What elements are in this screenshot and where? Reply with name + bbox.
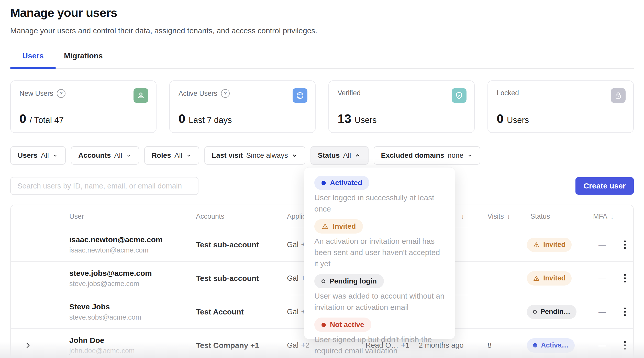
lock-icon [611, 88, 626, 103]
status-option-activated[interactable]: Activated User logged in successfully at… [314, 176, 445, 215]
status-option-pending-login[interactable]: Pending login User was added to account … [314, 274, 445, 313]
filled-dot-icon [321, 323, 326, 327]
status-cell: Pendin… [526, 305, 588, 319]
row-menu-kebab-icon[interactable] [623, 306, 627, 318]
user-name: Steve Jobs [69, 302, 196, 311]
card-suffix: Users [354, 115, 376, 125]
filter-roles[interactable]: Roles All [144, 146, 199, 165]
status-cell: Invited [526, 238, 588, 252]
filter-value: All [41, 151, 49, 160]
search-input[interactable] [10, 177, 198, 195]
filled-dot-icon [533, 343, 537, 348]
card-label: New Users [19, 90, 53, 98]
help-icon[interactable]: ? [221, 89, 230, 98]
tab-users[interactable]: Users [10, 51, 56, 68]
header-user[interactable]: User [69, 213, 196, 220]
card-value: 0 [179, 112, 185, 126]
filter-value: All [114, 151, 122, 160]
header-mfa[interactable]: MFA↓ [588, 213, 616, 220]
status-badge: Invited [527, 271, 572, 286]
header-accounts[interactable]: Accounts [196, 213, 287, 220]
filter-label: Last visit [212, 151, 243, 160]
header-label: Visits [487, 213, 504, 220]
row-menu-kebab-icon[interactable] [623, 340, 627, 351]
status-cell: Invited [526, 271, 588, 286]
sort-desc-icon[interactable]: ↓ [610, 213, 614, 220]
status-option-label: Invited [333, 222, 356, 230]
mfa-cell: — [588, 240, 616, 249]
card-label: Locked [497, 89, 519, 97]
status-option-label: Pending login [329, 277, 377, 285]
card-label: Active Users [179, 90, 217, 98]
application-name: Gal [287, 240, 298, 249]
status-badge: Activa… [527, 338, 575, 353]
user-email: john.doe@acme.com [69, 347, 196, 355]
sort-desc-icon[interactable]: ↓ [461, 213, 465, 220]
mfa-cell: — [588, 341, 616, 350]
status-option-not-active[interactable]: Not active User signed up but didn't fin… [314, 318, 445, 356]
sort-desc-icon[interactable]: ↓ [507, 213, 510, 220]
status-option-description: User signed up but didn't finish the req… [314, 334, 445, 356]
application-name: Gal [287, 341, 298, 350]
header-label: MFA [593, 213, 607, 220]
warning-icon [533, 275, 540, 282]
accounts-cell: Test Account [196, 308, 287, 316]
accounts-cell: Test Company +1 [196, 341, 287, 350]
header-label: Status [530, 213, 550, 220]
mfa-cell: — [588, 308, 616, 316]
status-badge: Pending login [314, 274, 384, 288]
card-suffix: Users [507, 115, 529, 125]
card-value: 0 [497, 112, 504, 126]
help-icon[interactable]: ? [57, 89, 65, 98]
tab-migrations[interactable]: Migrations [64, 51, 103, 68]
card-value: 0 [19, 112, 26, 126]
expand-chevron-icon[interactable] [24, 342, 32, 349]
header-visits[interactable]: Visits↓ [473, 213, 526, 220]
filter-last-visit[interactable]: Last visit Since always [204, 146, 305, 165]
application-name: Gal [287, 274, 298, 282]
chevron-down-icon [467, 152, 473, 159]
card-suffix: Last 7 days [189, 115, 232, 125]
stat-card-new-users: New Users ? 0 / Total 47 [10, 80, 157, 133]
status-option-description: An activation or invitation email has be… [314, 236, 445, 269]
filter-accounts[interactable]: Accounts All [71, 146, 139, 165]
shield-check-icon [452, 88, 467, 103]
page-subtitle: Manage your users and control their data… [10, 26, 634, 35]
filter-users[interactable]: Users All [10, 146, 66, 165]
filter-value: none [448, 151, 463, 160]
filter-value: All [343, 151, 351, 160]
filter-label: Accounts [78, 151, 111, 160]
applications-extra: +2 [301, 341, 309, 350]
filter-label: Roles [152, 151, 171, 160]
filter-excluded-domains[interactable]: Excluded domains none [374, 146, 481, 165]
stat-card-verified: Verified 13 Users [328, 80, 475, 133]
status-label: Activa… [541, 341, 569, 349]
stat-card-active-users: Active Users ? 0 Last 7 days [169, 80, 316, 133]
row-menu-kebab-icon[interactable] [623, 272, 627, 284]
row-menu-kebab-icon[interactable] [623, 239, 627, 250]
filter-label: Users [18, 151, 38, 160]
header-status[interactable]: Status [526, 213, 588, 220]
warning-icon [533, 241, 540, 248]
stat-card-locked: Locked 0 Users [487, 80, 634, 133]
open-circle-icon [321, 279, 325, 283]
create-user-button[interactable]: Create user [575, 177, 634, 195]
status-option-invited[interactable]: Invited An activation or invitation emai… [314, 219, 445, 269]
status-badge: Activated [314, 176, 369, 190]
stat-cards: New Users ? 0 / Total 47 Active Users ? [10, 80, 634, 133]
tab-bar: Users Migrations [10, 51, 634, 69]
filter-bar: Users All Accounts All Roles All Last vi… [10, 146, 634, 165]
user-badge-icon [134, 88, 148, 103]
status-cell: Activa… [526, 338, 588, 353]
filter-value: Since always [246, 151, 288, 160]
user-management-page: Manage your users Manage your users and … [0, 0, 644, 358]
status-option-description: User logged in successfully at least onc… [314, 192, 445, 215]
user-name: John Doe [69, 336, 196, 345]
status-filter-menu: Activated User logged in successfully at… [304, 167, 455, 339]
filter-label: Excluded domains [381, 151, 444, 160]
card-label: Verified [338, 89, 361, 97]
filled-dot-icon [321, 181, 326, 185]
filter-status[interactable]: Status All [310, 146, 369, 165]
chevron-down-icon [186, 152, 192, 159]
chevron-down-icon [52, 152, 58, 159]
